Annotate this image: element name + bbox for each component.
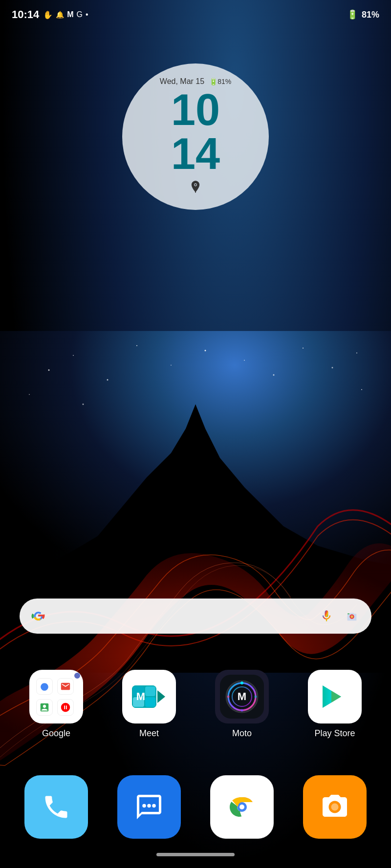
playstore-app-label: Play Store xyxy=(314,728,355,739)
app-item-playstore[interactable]: Play Store xyxy=(298,670,371,739)
moto-app-label: Moto xyxy=(232,728,252,739)
notification-dot xyxy=(73,672,81,680)
status-time: 10:14 xyxy=(12,8,39,21)
google-logo xyxy=(29,607,47,625)
gmail-icon: M xyxy=(67,10,73,19)
svg-point-36 xyxy=(227,696,230,698)
svg-point-11 xyxy=(356,352,357,353)
search-bar[interactable] xyxy=(20,599,371,634)
clock-widget[interactable]: Wed, Mar 15 🔋81% 10 14 xyxy=(122,63,269,210)
app-grid: Google M Meet xyxy=(0,670,391,739)
google-icon: G xyxy=(77,10,83,19)
svg-point-2 xyxy=(73,355,74,356)
meet-app-label: Meet xyxy=(139,728,159,739)
clock-battery: 🔋81% xyxy=(209,78,231,85)
svg-point-13 xyxy=(83,404,84,405)
clock-hour: 10 xyxy=(171,88,220,132)
status-icons: ✋ 🔔 M G • xyxy=(43,10,88,20)
moto-app-icon: M xyxy=(215,670,269,723)
dock-camera[interactable] xyxy=(303,775,367,839)
clock-minute: 14 xyxy=(171,132,220,176)
svg-point-19 xyxy=(351,616,353,618)
dock-messages[interactable] xyxy=(117,775,181,839)
battery-percent: 81% xyxy=(362,10,379,20)
svg-point-7 xyxy=(244,360,245,361)
svg-point-45 xyxy=(331,804,339,811)
playstore-app-icon xyxy=(308,670,362,723)
dock-phone[interactable] xyxy=(24,775,88,839)
svg-text:M: M xyxy=(136,690,145,703)
app-item-meet[interactable]: M Meet xyxy=(112,670,186,739)
svg-point-8 xyxy=(273,374,275,376)
svg-point-39 xyxy=(142,804,146,808)
clock-location-icon xyxy=(189,180,202,196)
svg-rect-26 xyxy=(145,697,155,707)
google-app-label: Google xyxy=(42,728,70,739)
screenshot-icon: 🔔 xyxy=(56,11,64,19)
svg-point-41 xyxy=(152,804,156,808)
hand-icon: ✋ xyxy=(43,10,53,20)
svg-point-35 xyxy=(241,709,243,712)
lens-button[interactable] xyxy=(342,606,362,626)
svg-rect-24 xyxy=(145,686,155,696)
svg-point-37 xyxy=(255,696,257,698)
battery-icon: 🔋 xyxy=(347,9,358,20)
status-left: 10:14 ✋ 🔔 M G • xyxy=(12,8,88,21)
svg-point-5 xyxy=(171,365,172,366)
dock-chrome[interactable] xyxy=(210,775,274,839)
clock-date-line: Wed, Mar 15 🔋81% xyxy=(160,77,231,86)
nav-bar xyxy=(0,841,391,868)
dot-icon: • xyxy=(86,10,88,19)
app-item-moto[interactable]: M Moto xyxy=(205,670,279,739)
clock-date: Wed, Mar 15 xyxy=(160,77,204,86)
svg-point-3 xyxy=(107,379,109,381)
svg-point-44 xyxy=(239,805,244,809)
status-bar: 10:14 ✋ 🔔 M G • 🔋 81% xyxy=(0,0,391,29)
meet-app-icon: M xyxy=(122,670,176,723)
google-app-icon xyxy=(29,670,83,723)
svg-text:M: M xyxy=(238,690,246,703)
svg-point-10 xyxy=(332,367,333,369)
app-item-google[interactable]: Google xyxy=(20,670,93,739)
microphone-button[interactable] xyxy=(317,606,336,626)
svg-point-9 xyxy=(303,348,304,349)
svg-point-14 xyxy=(361,389,362,390)
nav-handle[interactable] xyxy=(156,853,235,856)
dock xyxy=(0,775,391,839)
svg-point-15 xyxy=(195,184,196,186)
svg-point-12 xyxy=(29,394,30,395)
svg-point-4 xyxy=(136,345,137,346)
svg-point-6 xyxy=(205,350,206,351)
svg-point-34 xyxy=(240,682,243,684)
svg-point-40 xyxy=(147,804,151,808)
status-right: 🔋 81% xyxy=(347,9,379,20)
svg-point-1 xyxy=(48,370,50,371)
